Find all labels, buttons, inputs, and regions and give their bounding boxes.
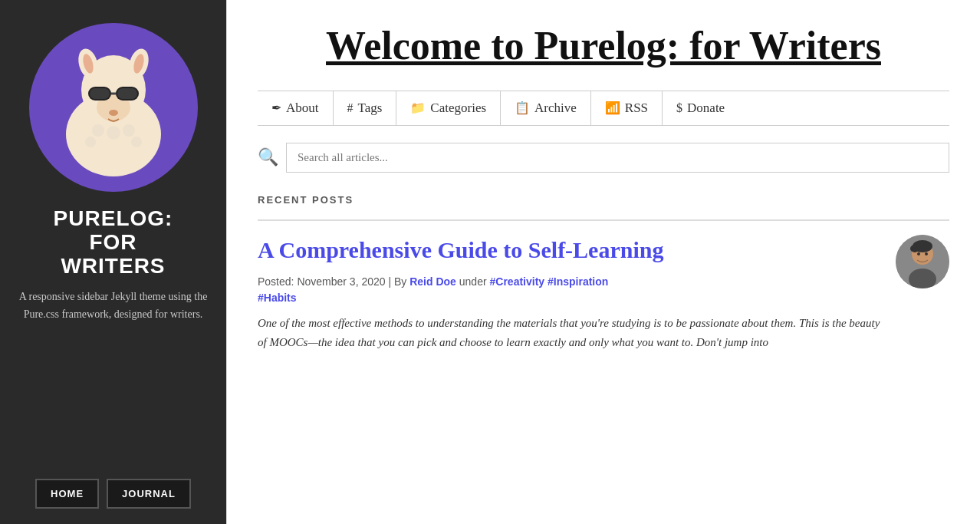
site-title: PURELOG: FOR WRITERS [54, 207, 173, 278]
nav-donate-label: Donate [687, 101, 725, 116]
author-avatar [896, 235, 949, 288]
sidebar-nav: HOME JOURNAL [35, 479, 191, 509]
post-under-label: under [459, 275, 490, 288]
post-date-label: Posted: [258, 275, 297, 288]
svg-point-13 [92, 124, 104, 137]
page-title: Welcome to Purelog: for Writers [258, 23, 949, 69]
journal-button[interactable]: JOURNAL [107, 479, 191, 509]
svg-point-16 [85, 137, 96, 147]
svg-point-14 [107, 126, 120, 140]
main-content: Welcome to Purelog: for Writers ✒ About … [226, 0, 980, 524]
post-tag-inspiration[interactable]: #Inspiration [548, 275, 608, 288]
post-content: A Comprehensive Guide to Self-Learning P… [258, 235, 880, 353]
post-tag-habits[interactable]: #Habits [258, 292, 297, 304]
svg-rect-11 [117, 88, 137, 99]
nav-archive-label: Archive [534, 101, 577, 116]
svg-point-23 [917, 252, 920, 255]
sidebar: PURELOG: FOR WRITERS A responsive sideba… [0, 0, 226, 524]
svg-point-22 [910, 245, 919, 252]
post-meta: Posted: November 3, 2020 | By Reid Doe u… [258, 274, 880, 306]
nav-about-label: About [286, 101, 319, 116]
svg-point-17 [131, 137, 142, 147]
nav-rss-label: RSS [625, 101, 648, 116]
tags-icon: # [347, 101, 354, 115]
about-icon: ✒ [271, 101, 281, 115]
svg-point-15 [123, 124, 135, 137]
post-by-separator: | By [388, 275, 409, 288]
donate-icon: $ [676, 101, 682, 115]
search-icon: 🔍 [258, 147, 278, 167]
nav-categories[interactable]: 📁 Categories [396, 91, 501, 125]
home-button[interactable]: HOME [35, 479, 99, 509]
post-tag-creativity[interactable]: #Creativity [490, 275, 545, 288]
nav-archive[interactable]: 📋 Archive [501, 91, 591, 125]
post-date: November 3, 2020 [297, 275, 385, 288]
nav-donate[interactable]: $ Donate [663, 91, 738, 125]
svg-point-12 [109, 110, 118, 116]
rss-icon: 📶 [605, 101, 620, 115]
site-logo [29, 23, 198, 192]
post-author-link[interactable]: Reid Doe [409, 275, 459, 288]
main-navbar: ✒ About # Tags 📁 Categories 📋 Archive 📶 … [258, 91, 949, 126]
recent-posts-label: RECENT POSTS [258, 194, 949, 206]
nav-tags[interactable]: # Tags [334, 91, 397, 125]
nav-categories-label: Categories [430, 101, 486, 116]
site-description: A responsive sidebar Jekyll theme using … [15, 288, 211, 323]
archive-icon: 📋 [515, 101, 530, 115]
search-input[interactable] [286, 143, 949, 173]
nav-about[interactable]: ✒ About [258, 91, 334, 125]
post-title-link[interactable]: A Comprehensive Guide to Self-Learning [258, 235, 880, 265]
nav-tags-label: Tags [358, 101, 383, 116]
categories-icon: 📁 [410, 101, 426, 115]
svg-point-24 [925, 252, 928, 255]
post-excerpt: One of the most effective methods to und… [258, 314, 880, 353]
svg-rect-10 [90, 88, 110, 99]
nav-rss[interactable]: 📶 RSS [591, 91, 663, 125]
search-row: 🔍 [258, 143, 949, 173]
post-card: A Comprehensive Guide to Self-Learning P… [258, 219, 949, 353]
